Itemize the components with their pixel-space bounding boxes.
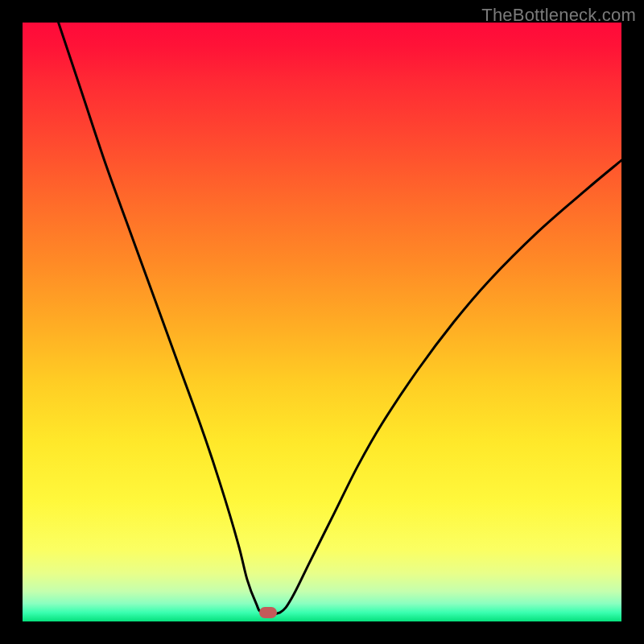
curve-svg xyxy=(23,23,621,621)
plot-area xyxy=(23,23,621,621)
bottleneck-curve xyxy=(59,23,621,614)
chart-frame: TheBottleneck.com xyxy=(0,0,644,644)
optimum-marker xyxy=(259,607,277,618)
